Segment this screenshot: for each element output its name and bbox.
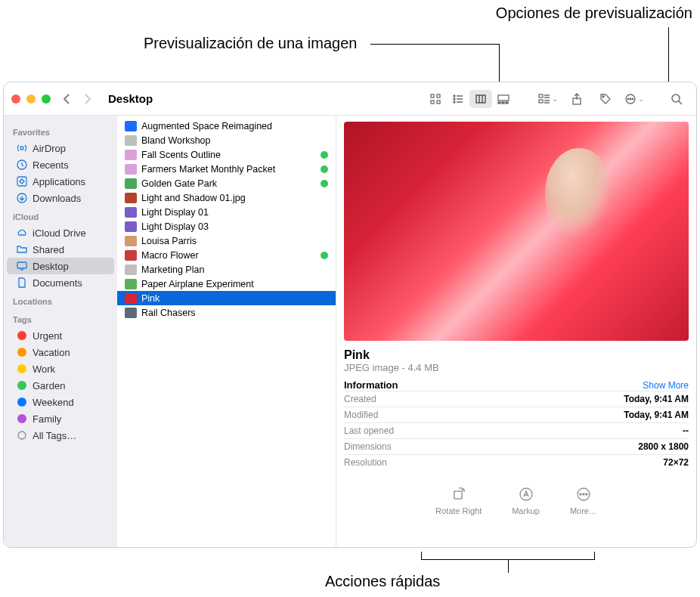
sidebar-tag-all-tags-[interactable]: All Tags… [7,427,114,444]
file-row[interactable]: Paper Airplane Experiment [117,277,336,291]
file-row[interactable]: Marketing Plan [117,262,336,277]
file-type-icon [125,264,137,275]
svg-rect-17 [539,94,543,97]
svg-rect-33 [17,177,26,186]
quick-action-markup[interactable]: Markup [512,485,540,515]
file-name: Macro Flower [141,250,316,261]
list-view-button[interactable] [447,90,469,108]
quick-action-label: More… [570,506,597,515]
file-name: Marketing Plan [141,264,328,275]
sidebar-tag-weekend[interactable]: Weekend [7,394,114,410]
file-tag-dot [321,180,328,187]
quick-action-rotate[interactable]: Rotate Right [435,485,482,515]
sidebar-item-documents[interactable]: Documents [7,274,114,291]
sidebar-item-desktop[interactable]: Desktop [7,258,114,274]
file-name: Paper Airplane Experiment [141,279,328,289]
svg-rect-35 [17,262,26,268]
action-button[interactable] [624,90,645,108]
svg-rect-14 [498,102,500,104]
file-row[interactable]: Light Display 03 [117,219,336,234]
sidebar-item-label: Vacation [33,347,70,358]
svg-point-6 [454,98,455,100]
column-view-button[interactable] [469,90,492,108]
search-button[interactable] [666,90,687,108]
quick-action-label: Markup [512,506,540,515]
file-type-icon [125,221,137,232]
tag-dot-icon [16,379,28,391]
sidebar-item-icloud-drive[interactable]: iCloud Drive [7,224,114,241]
gallery-view-button[interactable] [492,90,515,108]
file-name: Farmers Market Monthly Packet [141,164,316,175]
sidebar-tag-urgent[interactable]: Urgent [7,327,114,344]
show-more-link[interactable]: Show More [643,380,689,391]
file-row[interactable]: Louisa Parris [117,234,336,248]
file-row[interactable]: Golden Gate Park [117,176,336,190]
file-type-icon [125,279,137,289]
file-name: Rail Chasers [141,308,328,318]
info-key: Last opened [344,425,394,436]
file-row[interactable]: Augmented Space Reimagined [117,119,336,133]
sidebar-item-label: Garden [33,380,65,391]
tag-dot-icon [16,413,28,425]
svg-point-24 [602,96,604,97]
sidebar-item-recents[interactable]: Recents [7,156,114,173]
titlebar: Desktop [4,82,696,116]
info-row: Last opened -- [344,422,689,438]
sidebar-item-label: AirDrop [33,143,66,154]
file-row[interactable]: Macro Flower [117,248,336,262]
info-key: Created [344,394,376,404]
sidebar-tag-family[interactable]: Family [7,410,114,427]
sidebar-tag-garden[interactable]: Garden [7,377,114,394]
file-type-icon [125,121,137,131]
zoom-button[interactable] [42,94,51,104]
svg-point-42 [583,493,584,495]
file-type-icon [125,250,137,261]
svg-point-43 [586,493,587,495]
file-row[interactable]: Rail Chasers [117,305,336,320]
file-row[interactable]: Pink [117,291,336,305]
tag-dot-icon [16,396,28,408]
sidebar-item-label: All Tags… [33,430,76,441]
quick-action-label: Rotate Right [435,506,482,515]
file-list: Augmented Space Reimagined Bland Worksho… [117,116,336,547]
group-by-button[interactable] [537,90,559,108]
preview-title: Pink [344,348,689,362]
cloud-icon [16,227,28,239]
info-value: Today, 9:41 AM [624,394,689,404]
file-row[interactable]: Light and Shadow 01.jpg [117,190,336,205]
file-type-icon [125,193,137,203]
file-row[interactable]: Light Display 01 [117,205,336,219]
file-row[interactable]: Fall Scents Outline [117,147,336,162]
info-key: Modified [344,410,378,420]
back-button[interactable] [63,94,79,104]
icon-view-button[interactable] [424,90,447,108]
sidebar-item-shared[interactable]: Shared [7,241,114,258]
sidebar-item-airdrop[interactable]: AirDrop [7,140,114,156]
forward-button[interactable] [84,94,101,104]
svg-point-31 [20,147,23,150]
sidebar-item-label: Documents [33,277,82,289]
quick-action-more[interactable]: More… [570,485,597,515]
tags-button[interactable] [595,90,616,108]
sidebar-item-label: Desktop [33,261,69,272]
file-row[interactable]: Farmers Market Monthly Packet [117,162,336,176]
sidebar-tag-vacation[interactable]: Vacation [7,344,114,360]
sidebar-item-applications[interactable]: Applications [7,173,114,190]
svg-rect-13 [498,95,509,101]
sidebar-tag-work[interactable]: Work [7,360,114,377]
view-switcher [424,90,515,108]
share-button[interactable] [566,90,587,108]
close-button[interactable] [11,94,20,104]
svg-point-28 [632,98,633,100]
info-row: Dimensions 2800 x 1800 [344,438,689,454]
file-type-icon [125,178,137,189]
file-name: Golden Gate Park [141,178,316,189]
sidebar-item-downloads[interactable]: Downloads [7,190,114,206]
minimize-button[interactable] [26,94,36,104]
file-type-icon [125,293,137,304]
finder-window: Desktop Favorites AirDrop Recents Applic [3,82,697,548]
file-row[interactable]: Bland Workshop [117,133,336,147]
info-value: 72×72 [663,457,689,468]
sidebar-section-tags: Tags [4,312,117,327]
tag-dot-icon [16,363,28,375]
